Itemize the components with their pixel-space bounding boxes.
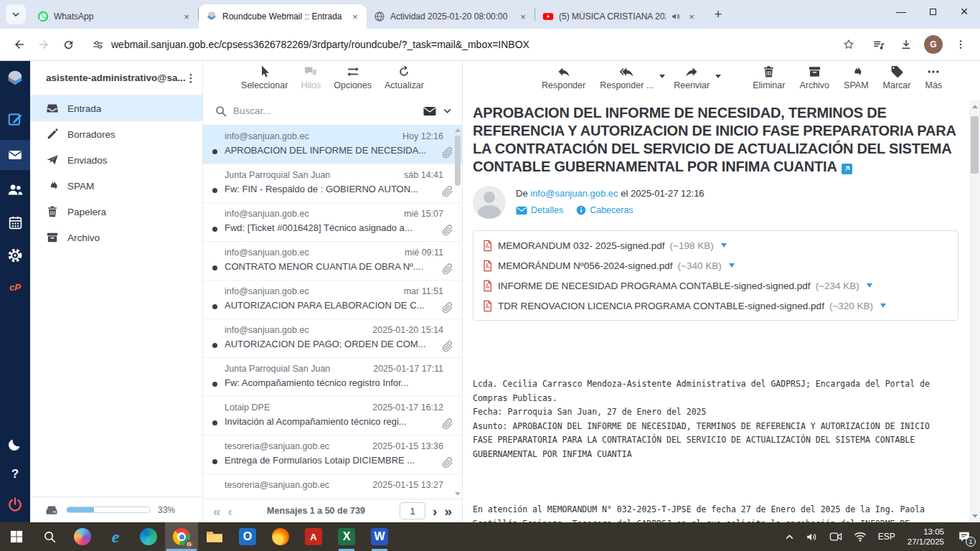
reply-all-menu-icon[interactable]: [659, 75, 665, 78]
prev-page-button[interactable]: ‹: [228, 504, 232, 518]
mark-button[interactable]: Marcar: [883, 65, 911, 90]
tray-meet-now-button[interactable]: [824, 522, 847, 551]
site-settings-icon[interactable]: [92, 39, 104, 51]
window-restore-button[interactable]: [917, 0, 948, 23]
tab-audio-icon[interactable]: [671, 11, 681, 22]
tray-volume-button[interactable]: [801, 522, 823, 551]
refresh-button[interactable]: Actualizar: [385, 65, 424, 90]
profile-button[interactable]: G: [921, 32, 946, 57]
window-close-button[interactable]: ×: [948, 0, 980, 23]
tray-clock[interactable]: 13:0527/1/2025: [902, 522, 950, 551]
forward-button[interactable]: Reenviar: [674, 65, 710, 90]
spam-button[interactable]: SPAM: [844, 65, 869, 90]
delete-button[interactable]: Eliminar: [753, 65, 785, 90]
taskbar-acrobat-button[interactable]: A: [297, 522, 330, 551]
downloads-button[interactable]: [894, 32, 918, 57]
tray-language-button[interactable]: ESP: [873, 522, 900, 551]
taskbar-chrome-button[interactable]: G: [165, 522, 198, 551]
tray-action-center-button[interactable]: 1: [951, 522, 977, 551]
scroll-down-icon[interactable]: [455, 492, 461, 496]
tab-close-icon[interactable]: ×: [686, 11, 697, 22]
url-omnibox[interactable]: webmail.sanjuan.gob.ec/cpsess3626782269/…: [85, 32, 862, 57]
attachment-menu-icon[interactable]: [721, 243, 727, 248]
nav-cpanel[interactable]: cP: [0, 272, 30, 302]
details-toggle[interactable]: Detalles: [516, 205, 563, 215]
search-scope-mail-icon[interactable]: [423, 104, 437, 118]
folder-enviados[interactable]: Enviados: [30, 147, 202, 173]
folder-entrada[interactable]: Entrada: [30, 95, 202, 121]
message-row[interactable]: Lotaip DPE2025-01-17 16:12 Invitación al…: [203, 397, 462, 435]
forward-menu-icon[interactable]: [715, 75, 721, 78]
search-input[interactable]: [233, 105, 417, 116]
last-page-button[interactable]: »: [444, 504, 452, 518]
folder-options-button[interactable]: ⋮: [185, 76, 197, 80]
reply-all-button[interactable]: Responder ...: [600, 65, 654, 90]
headers-toggle[interactable]: Cabeceras: [576, 205, 633, 215]
message-row[interactable]: info@sanjuan.gob.ec2025-01-20 15:14 AUTO…: [203, 319, 462, 358]
folder-spam[interactable]: SPAM: [30, 173, 202, 199]
browser-menu-button[interactable]: [948, 32, 973, 57]
logout-button[interactable]: [0, 489, 30, 519]
nav-settings[interactable]: [0, 240, 30, 270]
taskbar-explorer-button[interactable]: [198, 522, 231, 551]
folder-papelera[interactable]: Papelera: [30, 199, 202, 225]
tab-roundcube[interactable]: Roundcube Webmail :: Entrada ×: [199, 4, 367, 29]
media-controls-button[interactable]: [867, 32, 891, 57]
scroll-down-icon[interactable]: [972, 514, 978, 518]
tab-close-icon[interactable]: ×: [349, 11, 361, 22]
attachment-menu-icon[interactable]: [729, 263, 735, 268]
taskbar-firefox-button[interactable]: [264, 522, 297, 551]
more-button[interactable]: Más: [925, 65, 942, 90]
nav-mail[interactable]: [0, 140, 30, 170]
dark-mode-button[interactable]: [0, 429, 30, 459]
open-in-new-window-icon[interactable]: [842, 164, 852, 174]
message-row[interactable]: tesoreria@sanjuan.gob.ec2025-01-15 13:27: [203, 474, 462, 499]
reload-button[interactable]: [56, 32, 80, 57]
attachment-item[interactable]: MEMORANDUM 032- 2025-signed.pdf (~198 KB…: [482, 235, 949, 255]
bookmark-star-icon[interactable]: [842, 38, 855, 51]
page-number-input[interactable]: [400, 502, 425, 519]
compose-button[interactable]: [0, 104, 30, 134]
sender-email-link[interactable]: info@sanjuan.gob.ec: [530, 188, 618, 199]
message-row[interactable]: info@sanjuan.gob.ecHoy 12:16 APROBACION …: [203, 126, 462, 164]
tab-close-icon[interactable]: ×: [181, 11, 192, 22]
tab-whatsapp[interactable]: WhatsApp ×: [30, 4, 198, 29]
nav-contacts[interactable]: [0, 174, 30, 204]
forward-button[interactable]: [32, 32, 56, 57]
back-button[interactable]: [7, 32, 32, 57]
message-row[interactable]: Junta Parroquial San Juansáb 14:41 Fw: F…: [203, 164, 462, 203]
archive-button[interactable]: Archivo: [799, 65, 829, 90]
select-button[interactable]: Seleccionar: [241, 65, 288, 90]
url-text[interactable]: webmail.sanjuan.gob.ec/cpsess3626782269/…: [111, 39, 842, 50]
tray-wifi-button[interactable]: [849, 522, 872, 551]
attachment-menu-icon[interactable]: [880, 303, 886, 308]
reader-scrollbar[interactable]: [969, 100, 980, 522]
threads-button[interactable]: Hilos: [301, 65, 321, 90]
roundcube-logo[interactable]: [0, 64, 30, 94]
taskbar-word-button[interactable]: W: [363, 522, 396, 551]
attachment-menu-icon[interactable]: [867, 283, 872, 288]
reply-button[interactable]: Responder: [542, 65, 585, 90]
folder-archivo[interactable]: Archivo: [30, 225, 202, 250]
tray-show-hidden-button[interactable]: [780, 522, 799, 551]
reader-scroll-thumb[interactable]: [971, 116, 979, 174]
scroll-up-icon[interactable]: [455, 128, 461, 132]
options-button[interactable]: Opciones: [334, 65, 372, 90]
tab-youtube[interactable]: (5) MÚSICA CRISTIANA 202 ×: [535, 4, 703, 29]
taskbar-outlook-button[interactable]: O: [231, 522, 264, 551]
taskbar-copilot-button[interactable]: [66, 522, 99, 551]
message-row[interactable]: info@sanjuan.gob.ecmié 15:07 Fwd: [Ticke…: [203, 203, 462, 242]
nav-calendar[interactable]: [0, 207, 30, 237]
taskbar-edge-button[interactable]: [132, 522, 165, 551]
scroll-up-icon[interactable]: [972, 105, 978, 108]
taskbar-excel-button[interactable]: X: [330, 522, 363, 551]
folder-borradores[interactable]: Borradores: [30, 121, 202, 147]
new-tab-button[interactable]: +: [709, 5, 727, 24]
message-row[interactable]: info@sanjuan.gob.ecmié 09:11 CONTRATO ME…: [203, 242, 462, 281]
tab-close-icon[interactable]: ×: [517, 11, 529, 22]
message-row[interactable]: info@sanjuan.gob.ecmar 11:51 AUTORIZACIO…: [203, 281, 462, 319]
taskbar-search-button[interactable]: [33, 522, 66, 551]
start-button[interactable]: [0, 522, 33, 551]
message-row[interactable]: Junta Parroquial San Juan2025-01-17 17:1…: [203, 358, 462, 397]
search-options-chevron-icon[interactable]: [443, 106, 452, 116]
